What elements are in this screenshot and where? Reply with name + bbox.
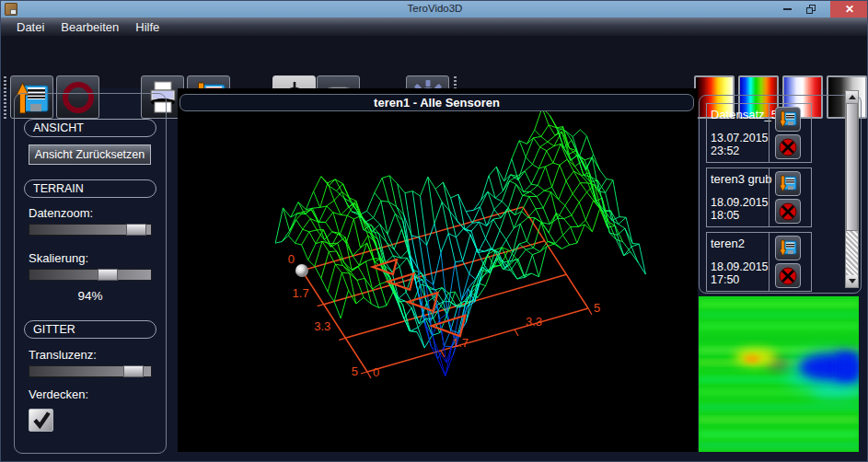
dataset-time: 18:05 — [711, 209, 739, 222]
svg-text:1.7: 1.7 — [293, 286, 309, 300]
minimize-icon — [783, 8, 792, 10]
dataset-card[interactable]: teren3 grub 18.09.2015 18:05 — [706, 167, 812, 227]
surface-plot[interactable]: 01.73.3501.73.35 — [178, 88, 698, 452]
reset-view-button[interactable]: Ansicht Zurücksetzen — [29, 144, 151, 165]
menu-hilfe[interactable]: Hilfe — [127, 20, 168, 34]
verdecken-label: Verdecken: — [29, 387, 88, 401]
datenzoom-slider[interactable] — [29, 224, 152, 236]
left-control-panel: ANSICHT Ansicht Zurücksetzen TERRAIN Dat… — [14, 93, 167, 454]
svg-text:0: 0 — [288, 252, 295, 266]
verdecken-checkbox[interactable] — [29, 409, 53, 432]
minimize-button[interactable] — [777, 1, 797, 17]
dataset-card[interactable]: Datensatz_5 13.07.2015 23:52 — [706, 103, 812, 163]
dataset-scrollbar[interactable] — [845, 90, 859, 288]
skalierung-readout: 94% — [15, 289, 166, 303]
heatmap-preview[interactable] — [699, 296, 859, 452]
ansicht-group-title: ANSICHT — [24, 119, 156, 137]
datenzoom-label: Datenzoom: — [29, 206, 93, 220]
heatmap-image — [699, 296, 859, 452]
transluzenz-slider[interactable] — [29, 365, 152, 377]
dataset-date: 18.09.2015 — [711, 260, 769, 273]
viewport-title: teren1 - Alle Sensoren — [179, 94, 694, 111]
dataset-load-button[interactable] — [775, 107, 801, 132]
skalierung-slider[interactable] — [29, 269, 152, 281]
title-bar[interactable]: TeroVido3D ✕ — [1, 1, 868, 17]
dataset-load-button[interactable] — [775, 171, 801, 196]
dataset-card[interactable]: teren2 18.09.2015 17:50 — [706, 232, 812, 292]
dataset-name: teren2 — [711, 237, 745, 250]
svg-text:5: 5 — [352, 364, 358, 378]
scrollbar-track[interactable] — [846, 231, 858, 277]
transluzenz-label: Transluzenz: — [29, 348, 97, 362]
dataset-time: 17:50 — [711, 273, 739, 286]
menu-bearbeiten[interactable]: Bearbeiten — [52, 20, 127, 34]
dataset-name: teren3 grub — [711, 172, 772, 186]
dataset-time: 23:52 — [711, 144, 739, 157]
load-floppy-down-arrow-icon — [778, 110, 798, 130]
checkmark-icon — [31, 410, 52, 430]
dataset-date: 18.09.2015 — [711, 196, 769, 209]
delete-x-icon — [778, 202, 798, 222]
menu-datei[interactable]: Datei — [8, 20, 52, 34]
svg-text:3.3: 3.3 — [314, 319, 330, 333]
arrow-down-icon — [849, 279, 856, 283]
scroll-down-button[interactable] — [846, 275, 858, 287]
svg-text:3.3: 3.3 — [526, 315, 542, 329]
window-title: TeroVido3D — [1, 3, 868, 14]
skalierung-label: Skalierung: — [29, 251, 88, 265]
svg-text:1.7: 1.7 — [452, 336, 469, 350]
card-divider — [769, 104, 770, 162]
close-icon: ✕ — [845, 3, 854, 16]
restore-icon — [806, 5, 816, 15]
menu-bar: Datei Bearbeiten Hilfe — [1, 17, 868, 36]
delete-x-icon — [778, 137, 798, 157]
restore-button[interactable] — [801, 1, 821, 17]
arrow-up-icon — [849, 95, 856, 99]
skalierung-slider-handle[interactable] — [98, 269, 118, 281]
card-divider — [769, 233, 770, 291]
toolbar — [1, 36, 868, 88]
gitter-group-title: GITTER — [24, 320, 156, 339]
scroll-up-button[interactable] — [846, 91, 858, 103]
terrain-group-title: TERRAIN — [24, 179, 156, 198]
scrollbar-thumb[interactable] — [846, 103, 858, 231]
dataset-delete-button[interactable] — [775, 263, 801, 288]
app-window: TeroVido3D ✕ Datei Bearbeiten Hilfe — [0, 0, 868, 462]
dataset-date: 13.07.2015 — [711, 132, 769, 144]
svg-text:0: 0 — [373, 365, 379, 379]
close-button[interactable]: ✕ — [830, 1, 868, 17]
delete-x-icon — [778, 266, 798, 286]
card-divider — [769, 168, 770, 226]
toolbar-grip-left[interactable] — [4, 76, 6, 119]
dataset-list-panel: Datensatz_5 13.07.2015 23:52 — [699, 95, 862, 294]
transluzenz-slider-handle[interactable] — [123, 365, 144, 377]
svg-text:5: 5 — [594, 301, 600, 315]
dataset-delete-button[interactable] — [775, 134, 801, 159]
dataset-load-button[interactable] — [775, 236, 801, 260]
viewport-3d[interactable]: 01.73.3501.73.35 teren1 - Alle Sensoren — [178, 88, 698, 452]
dataset-delete-button[interactable] — [775, 199, 801, 224]
datenzoom-slider-handle[interactable] — [126, 224, 146, 236]
load-floppy-down-arrow-icon — [778, 238, 798, 259]
load-floppy-down-arrow-icon — [778, 174, 798, 194]
